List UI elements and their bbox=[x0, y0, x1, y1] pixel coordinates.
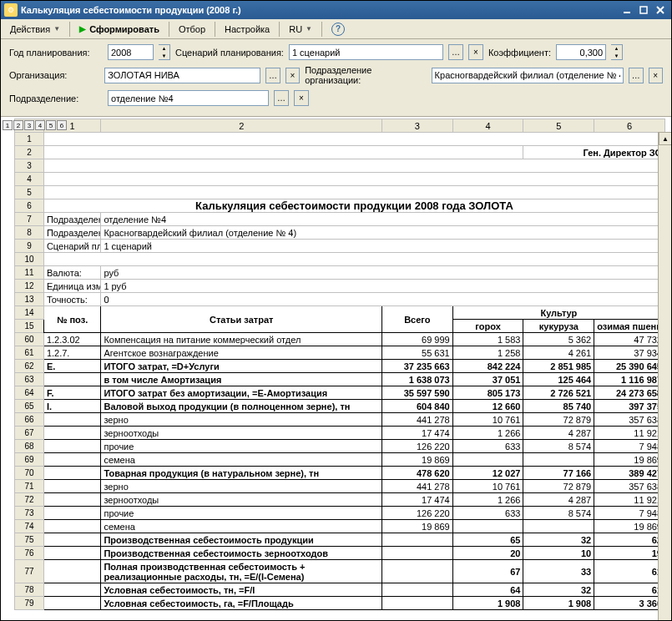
dept-input[interactable] bbox=[108, 90, 269, 106]
form-button[interactable]: ▶Сформировать bbox=[73, 22, 165, 37]
org-label: Организация: bbox=[9, 70, 99, 80]
dept-clear[interactable]: × bbox=[294, 90, 309, 106]
play-icon: ▶ bbox=[79, 24, 86, 33]
maximize-button[interactable] bbox=[636, 3, 651, 17]
actions-menu[interactable]: Действия▼ bbox=[4, 22, 66, 37]
orgunit-input[interactable] bbox=[432, 68, 624, 83]
svg-rect-1 bbox=[640, 7, 647, 13]
vertical-scrollbar[interactable]: ▲ ▼ bbox=[658, 132, 671, 621]
minimize-button[interactable] bbox=[619, 3, 634, 17]
app-icon: ⚙ bbox=[4, 3, 18, 17]
coef-label: Коэффициент: bbox=[488, 48, 551, 58]
window-title: Калькуляция себестоимости продукции (200… bbox=[21, 5, 618, 15]
coef-spinner[interactable]: ▲▼ bbox=[611, 44, 623, 60]
lang-menu[interactable]: RU▼ bbox=[283, 22, 318, 37]
scenario-clear[interactable]: × bbox=[468, 44, 483, 60]
outline-level-buttons[interactable]: 123456 bbox=[3, 120, 67, 130]
titlebar: ⚙ Калькуляция себестоимости продукции (2… bbox=[1, 1, 671, 19]
dept-pick[interactable]: … bbox=[274, 90, 289, 106]
help-button[interactable]: ? bbox=[326, 20, 351, 38]
coef-input[interactable] bbox=[556, 44, 606, 60]
params-panel: Год планирования: ▲▼ Сценарий планирован… bbox=[1, 39, 671, 117]
spreadsheet[interactable]: 12345612Ген. Директор ЗО3456Калькуляция … bbox=[14, 119, 665, 610]
orgunit-label: Подразделение организации: bbox=[305, 65, 426, 85]
toolbar: Действия▼ ▶Сформировать Отбор Настройка … bbox=[1, 19, 671, 39]
scenario-input[interactable] bbox=[289, 44, 443, 60]
spreadsheet-area: 123456 12345612Ген. Директор ЗО3456Кальк… bbox=[1, 119, 671, 621]
help-icon: ? bbox=[331, 23, 345, 36]
year-label: Год планирования: bbox=[9, 48, 103, 58]
scroll-up-icon[interactable]: ▲ bbox=[659, 132, 672, 145]
year-spinner[interactable]: ▲▼ bbox=[159, 44, 170, 60]
dept-label: Подразделение: bbox=[9, 93, 103, 104]
scenario-pick[interactable]: … bbox=[448, 44, 463, 60]
orgunit-clear[interactable]: × bbox=[649, 68, 663, 83]
org-clear[interactable]: × bbox=[285, 68, 300, 83]
scenario-label: Сценарий планирования: bbox=[175, 48, 284, 58]
org-pick[interactable]: … bbox=[265, 68, 280, 83]
close-button[interactable] bbox=[653, 3, 668, 17]
settings-button[interactable]: Настройка bbox=[219, 22, 275, 37]
orgunit-pick[interactable]: … bbox=[629, 68, 643, 83]
org-input[interactable] bbox=[104, 68, 260, 83]
filter-button[interactable]: Отбор bbox=[173, 22, 211, 37]
year-input[interactable] bbox=[108, 44, 154, 60]
